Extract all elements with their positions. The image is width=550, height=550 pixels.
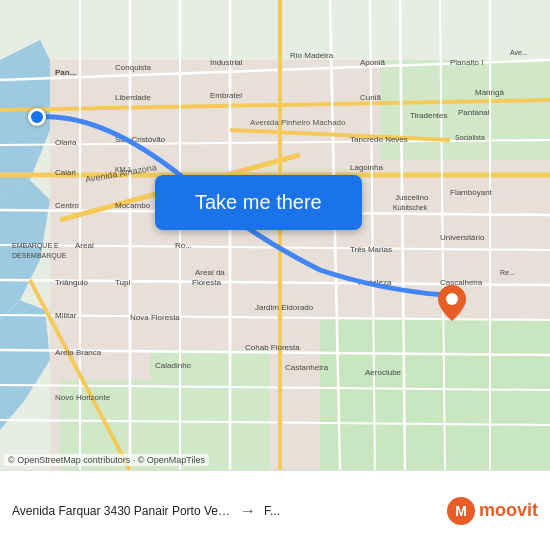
svg-text:Nova Floresta: Nova Floresta <box>130 313 180 322</box>
arrow-icon: → <box>240 502 256 520</box>
svg-text:Cuniã: Cuniã <box>360 93 381 102</box>
svg-text:Mocambo: Mocambo <box>115 201 151 210</box>
svg-text:Kubitschek: Kubitschek <box>393 204 428 211</box>
origin-pin <box>28 108 46 126</box>
svg-text:Militar: Militar <box>55 311 77 320</box>
destination-pin <box>438 285 466 325</box>
svg-text:Juscelino: Juscelino <box>395 193 429 202</box>
svg-text:Olaria: Olaria <box>55 138 77 147</box>
svg-text:KM-1: KM-1 <box>115 166 132 173</box>
svg-text:Ro...: Ro... <box>175 241 192 250</box>
svg-text:Tupi: Tupi <box>115 278 130 287</box>
svg-text:Ave...: Ave... <box>510 49 528 56</box>
svg-text:Universitário: Universitário <box>440 233 485 242</box>
svg-text:Floresta: Floresta <box>192 278 221 287</box>
svg-point-82 <box>446 293 458 305</box>
svg-text:Pantanal: Pantanal <box>458 108 490 117</box>
svg-text:Triângulo: Triângulo <box>55 278 89 287</box>
svg-text:Centro: Centro <box>55 201 80 210</box>
svg-text:Pan...: Pan... <box>55 68 76 77</box>
svg-text:EMBARQUE E: EMBARQUE E <box>12 242 59 250</box>
svg-text:Tiradentes: Tiradentes <box>410 111 448 120</box>
svg-text:Lagoinha: Lagoinha <box>350 163 383 172</box>
svg-text:Conquista: Conquista <box>115 63 152 72</box>
svg-text:Caladinho: Caladinho <box>155 361 192 370</box>
svg-rect-6 <box>320 320 550 470</box>
bottom-navigation-bar: Avenida Farquar 3430 Panair Porto Velho … <box>0 470 550 550</box>
svg-text:Aeroclube: Aeroclube <box>365 368 402 377</box>
svg-text:Tancredo Neves: Tancredo Neves <box>350 135 408 144</box>
svg-text:Aponiã: Aponiã <box>360 58 385 67</box>
svg-text:Planalto I: Planalto I <box>450 58 483 67</box>
svg-text:Liberdade: Liberdade <box>115 93 151 102</box>
svg-text:Rio Madeira: Rio Madeira <box>290 51 334 60</box>
moovit-brand-name: moovit <box>479 500 538 521</box>
destination-label: F... <box>264 504 280 518</box>
svg-text:Areal da: Areal da <box>195 268 225 277</box>
svg-text:Três Marias: Três Marias <box>350 245 392 254</box>
svg-text:Avenida Pinheiro Machado: Avenida Pinheiro Machado <box>250 118 346 127</box>
map-attribution: © OpenStreetMap contributors · © OpenMap… <box>4 454 209 466</box>
svg-text:Industrial: Industrial <box>210 58 243 67</box>
svg-text:Socialista: Socialista <box>455 134 485 141</box>
svg-text:Castanheira: Castanheira <box>285 363 329 372</box>
svg-text:Areal: Areal <box>75 241 94 250</box>
svg-text:Flamboyant: Flamboyant <box>450 188 493 197</box>
svg-text:Areia Branca: Areia Branca <box>55 348 102 357</box>
svg-text:Caiari: Caiari <box>55 168 76 177</box>
svg-text:Embratel: Embratel <box>210 91 242 100</box>
svg-text:Novo Horizonte: Novo Horizonte <box>55 393 111 402</box>
route-info: Avenida Farquar 3430 Panair Porto Velho … <box>12 502 437 520</box>
map-view[interactable]: Avenida Amazona Avenida Pinheiro Machado… <box>0 0 550 470</box>
svg-text:Maringá: Maringá <box>475 88 504 97</box>
svg-text:Re...: Re... <box>500 269 515 276</box>
take-me-there-button[interactable]: Take me there <box>155 175 362 230</box>
origin-label: Avenida Farquar 3430 Panair Porto Velho … <box>12 504 232 518</box>
moovit-logo: moovit <box>447 497 538 525</box>
svg-text:Cohab Floresta: Cohab Floresta <box>245 343 300 352</box>
svg-text:DESEMBARQUE: DESEMBARQUE <box>12 252 67 260</box>
moovit-icon <box>447 497 475 525</box>
svg-text:Jardim Eldorado: Jardim Eldorado <box>255 303 314 312</box>
